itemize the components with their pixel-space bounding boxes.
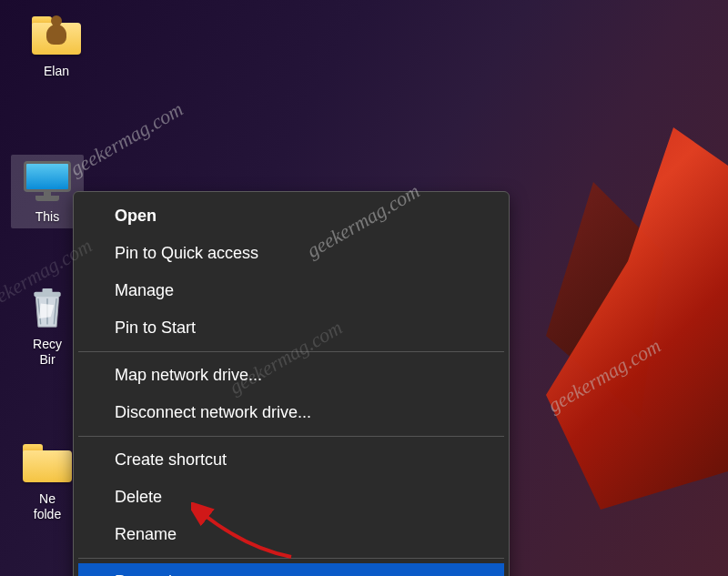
context-menu: Open Pin to Quick access Manage Pin to S… — [73, 191, 510, 576]
folder-icon — [22, 440, 73, 486]
menu-item-rename[interactable]: Rename — [78, 516, 504, 553]
menu-item-properties[interactable]: Properties — [78, 563, 504, 576]
menu-item-pin-start[interactable]: Pin to Start — [78, 309, 504, 347]
desktop-icon-elan-folder[interactable]: Elan — [20, 9, 93, 83]
watermark: geekermag.com — [66, 97, 187, 181]
menu-item-disconnect-network-drive[interactable]: Disconnect network drive... — [78, 394, 504, 431]
desktop-icon-label: Elan — [44, 64, 69, 79]
pc-icon — [22, 158, 73, 204]
desktop-icon-label: This — [35, 209, 59, 225]
recycle-bin-icon — [22, 286, 73, 331]
menu-item-delete[interactable]: Delete — [78, 479, 504, 516]
menu-item-open[interactable]: Open — [78, 197, 504, 235]
desktop-icon-label: Ne folde — [34, 491, 61, 522]
menu-separator — [78, 351, 504, 352]
menu-item-manage[interactable]: Manage — [78, 272, 504, 309]
menu-separator — [78, 436, 504, 437]
menu-item-pin-quick-access[interactable]: Pin to Quick access — [78, 235, 504, 272]
svg-rect-1 — [43, 288, 53, 293]
menu-separator — [78, 558, 504, 559]
desktop-icon-label: Recy Bir — [33, 337, 62, 368]
menu-item-create-shortcut[interactable]: Create shortcut — [78, 441, 504, 479]
menu-item-map-network-drive[interactable]: Map network drive... — [78, 357, 504, 394]
folder-user-icon — [31, 13, 82, 58]
